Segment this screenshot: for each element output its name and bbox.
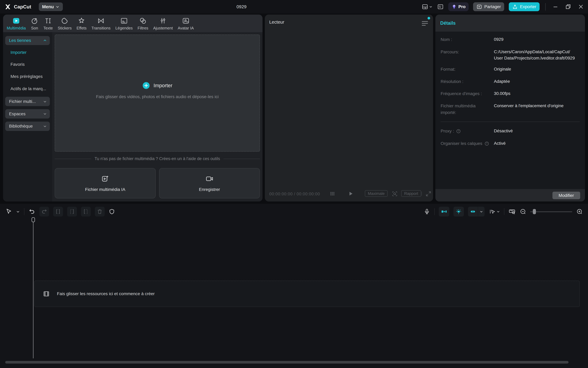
link-options-chevron[interactable] bbox=[478, 207, 485, 217]
ai-media-icon bbox=[101, 175, 109, 183]
player-status-dot bbox=[428, 17, 430, 19]
sidebar-group-bibliotheque[interactable]: Bibliothèque bbox=[5, 122, 50, 131]
tab-effects[interactable]: Effets bbox=[77, 17, 87, 30]
player-menu-button[interactable] bbox=[422, 21, 428, 26]
sticker-icon bbox=[61, 17, 69, 25]
chevron-down-icon bbox=[43, 124, 47, 128]
slider-track[interactable] bbox=[530, 211, 572, 212]
help-icon[interactable]: ? bbox=[485, 141, 489, 146]
microphone-icon[interactable] bbox=[424, 208, 430, 215]
mask-shield-icon[interactable] bbox=[109, 208, 115, 215]
undo-icon[interactable] bbox=[28, 208, 35, 215]
tab-audio[interactable]: Son bbox=[31, 17, 38, 30]
layout-switcher[interactable] bbox=[422, 3, 432, 10]
quality-selector[interactable]: Maximale bbox=[365, 190, 388, 197]
detail-row-framerate: Fréquence d'images : 30.00fps bbox=[441, 91, 580, 97]
ai-media-card[interactable]: Fichier multimédia IA bbox=[55, 168, 156, 198]
tab-captions[interactable]: Légendes bbox=[116, 17, 133, 30]
detail-row-format: Format: Originale bbox=[441, 66, 580, 73]
controls-separator: | bbox=[421, 191, 422, 196]
redo-button[interactable] bbox=[39, 207, 49, 217]
minimize-button[interactable] bbox=[551, 0, 560, 13]
playhead-handle[interactable] bbox=[32, 217, 35, 222]
chevron-down-icon bbox=[43, 100, 47, 103]
sidebar-item-brand-assets[interactable]: Actifs de la marq... bbox=[10, 85, 46, 93]
record-card[interactable]: Enregistrer bbox=[159, 168, 260, 198]
tab-transitions[interactable]: Transitions bbox=[91, 17, 111, 30]
restore-button[interactable] bbox=[564, 0, 572, 13]
frame-grid-icon[interactable] bbox=[329, 191, 335, 197]
timeline-zoom-slider[interactable] bbox=[530, 209, 572, 214]
sidebar-item-importer[interactable]: Importer bbox=[10, 49, 27, 56]
effects-star-icon bbox=[78, 17, 85, 25]
sidebar-les-tiennes[interactable]: Les tiennes bbox=[5, 36, 50, 45]
play-icon bbox=[347, 190, 354, 197]
project-title: 0929 bbox=[0, 0, 483, 13]
tab-ai-avatar[interactable]: Avatar IA bbox=[178, 17, 194, 30]
auto-ripple-button[interactable] bbox=[439, 207, 449, 217]
filters-icon bbox=[139, 17, 147, 25]
export-button[interactable]: Exporter bbox=[509, 2, 540, 11]
zoom-in-icon[interactable] bbox=[576, 208, 583, 215]
tab-multimedia[interactable]: Multimédia bbox=[7, 17, 26, 30]
timeline-dropzone[interactable]: Fais glisser les ressources ici et comme… bbox=[34, 281, 580, 307]
tab-text[interactable]: Texte bbox=[43, 17, 53, 30]
sidebar-group-espaces[interactable]: Espaces bbox=[5, 109, 50, 119]
delete-button[interactable] bbox=[95, 207, 105, 217]
clip-cursor-icon bbox=[489, 208, 495, 215]
link-button[interactable] bbox=[468, 207, 478, 217]
details-divider bbox=[441, 122, 580, 122]
captions-icon bbox=[120, 17, 128, 25]
play-button[interactable] bbox=[347, 190, 354, 197]
playhead-line[interactable] bbox=[33, 222, 34, 358]
zoom-frame-button[interactable] bbox=[392, 191, 398, 197]
delete-right-button[interactable] bbox=[81, 207, 91, 217]
close-button[interactable] bbox=[577, 0, 585, 13]
timeline-scale-icon[interactable] bbox=[508, 208, 516, 215]
ratio-selector[interactable]: Rapport bbox=[401, 190, 421, 197]
pro-badge[interactable]: Pro bbox=[448, 2, 469, 11]
chevron-down-icon bbox=[497, 210, 500, 213]
toolbar-separator bbox=[434, 208, 435, 215]
help-icon[interactable]: ? bbox=[456, 129, 461, 133]
hamburger-icon bbox=[422, 21, 428, 26]
detail-row-resolution: Résolution : Adaptée bbox=[441, 78, 580, 85]
detail-row-parcours: Parcours: C:/Users/Caron/AppData/Local/C… bbox=[441, 49, 580, 61]
film-icon bbox=[43, 290, 50, 297]
chevron-down-icon[interactable] bbox=[16, 210, 20, 213]
details-title: Détails bbox=[440, 15, 456, 31]
detail-row-proxy: Proxy :? Désactivé bbox=[441, 128, 580, 134]
plus-circle-icon bbox=[142, 82, 150, 89]
select-clip-tool[interactable] bbox=[489, 208, 500, 215]
export-icon bbox=[512, 4, 518, 10]
player-timecode: 00:00:00:00 / 00:00:00:00 bbox=[269, 192, 320, 196]
chevron-down-icon bbox=[43, 112, 47, 116]
player-panel: Lecteur 00:00:00:00 / 00:00:00:00 Maxima… bbox=[265, 15, 433, 202]
zoom-out-icon[interactable] bbox=[520, 208, 526, 215]
media-sidebar: Les tiennes Importer Favoris Mes prérégl… bbox=[3, 32, 52, 202]
tab-stickers[interactable]: Stickers bbox=[58, 17, 71, 30]
tools-divider: Tu n'as pas de fichier multimédia ? Crée… bbox=[55, 156, 260, 161]
select-cursor-icon[interactable] bbox=[5, 208, 12, 215]
preview-snap-button[interactable] bbox=[454, 207, 464, 217]
sidebar-item-favoris[interactable]: Favoris bbox=[10, 61, 25, 68]
split-button[interactable] bbox=[53, 207, 63, 217]
horizontal-scrollbar[interactable] bbox=[5, 361, 568, 364]
slider-handle[interactable] bbox=[533, 209, 536, 214]
share-button[interactable]: Partager bbox=[473, 2, 504, 11]
chevron-down-icon bbox=[429, 5, 432, 9]
modify-button[interactable]: Modifier bbox=[552, 192, 580, 199]
sidebar-item-presets[interactable]: Mes préréglages bbox=[10, 73, 43, 80]
delete-right-icon bbox=[83, 208, 89, 215]
import-dropzone[interactable]: Importer Fais glisser des vidéos, photos… bbox=[55, 35, 260, 151]
toolbar-separator bbox=[504, 208, 504, 215]
fullscreen-button[interactable] bbox=[425, 191, 432, 197]
link-tool-group[interactable] bbox=[468, 207, 485, 217]
tab-adjustment[interactable]: Ajustement bbox=[153, 17, 173, 30]
sidebar-group-media-file[interactable]: Fichier multi... bbox=[5, 97, 50, 106]
delete-left-button[interactable] bbox=[67, 207, 77, 217]
delete-left-icon bbox=[69, 208, 75, 215]
detail-row-organize-layers: Organiser les calques? Activé bbox=[441, 140, 580, 147]
adjust-panel-button[interactable] bbox=[437, 3, 444, 10]
tab-filters[interactable]: Filtres bbox=[138, 17, 148, 30]
